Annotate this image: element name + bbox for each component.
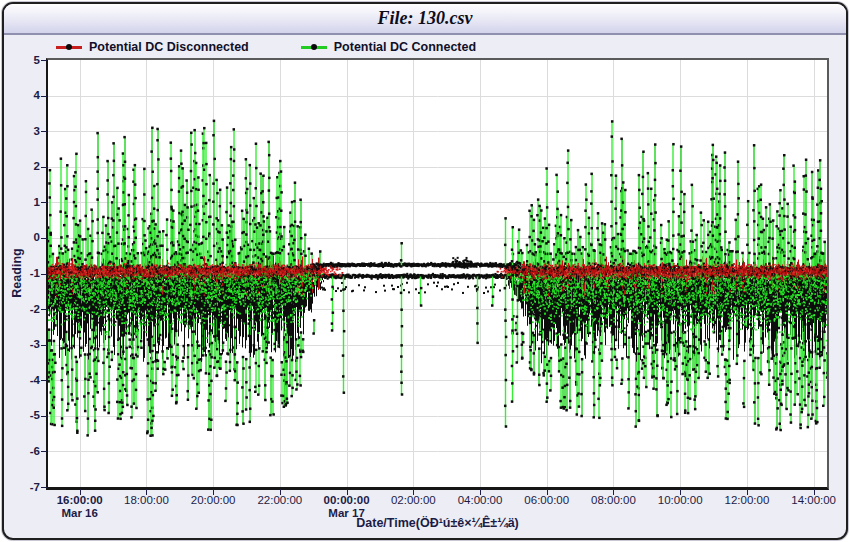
- x-tick-time: 02:00:00: [391, 494, 436, 506]
- y-tick-mark: [41, 487, 47, 488]
- y-tick-mark: [41, 274, 47, 275]
- legend-marker-dot-icon: [311, 44, 317, 50]
- x-tick-label: 14:00:00: [777, 494, 850, 507]
- legend-green-line-icon: [301, 46, 327, 49]
- x-tick-time: 18:00:00: [124, 494, 169, 506]
- x-tick-time: 20:00:00: [191, 494, 236, 506]
- y-axis-title: Reading: [10, 60, 24, 487]
- x-tick-label: 12:00:00: [710, 494, 784, 507]
- legend-red-line-icon: [56, 46, 82, 49]
- x-tick-label: 20:00:00: [176, 494, 250, 507]
- y-tick-mark: [41, 167, 47, 168]
- x-tick-label: 22:00:00: [243, 494, 317, 507]
- legend-item-dc-connected: Potential DC Connected: [301, 40, 476, 54]
- window-title: File: 130.csv: [378, 8, 473, 29]
- x-tick-time: 16:00:00: [57, 494, 103, 506]
- y-tick-mark: [41, 202, 47, 203]
- y-tick-mark: [41, 60, 47, 61]
- y-tick-mark: [41, 380, 47, 381]
- legend-item-dc-disconnected: Potential DC Disconnected: [56, 40, 249, 54]
- y-tick-mark: [41, 131, 47, 132]
- y-tick-mark: [41, 416, 47, 417]
- legend-marker-dot-icon: [66, 44, 72, 50]
- x-tick-label: 08:00:00: [576, 494, 650, 507]
- y-tick-mark: [41, 345, 47, 346]
- x-tick-time: 22:00:00: [257, 494, 302, 506]
- x-tick-time: 04:00:00: [458, 494, 503, 506]
- y-tick-mark: [41, 309, 47, 310]
- x-axis-title: Date/Time(ÖÐ¹ú±ê×¼Ê±¼ä): [48, 516, 827, 530]
- x-tick-time: 10:00:00: [658, 494, 703, 506]
- legend-label: Potential DC Connected: [334, 40, 476, 54]
- y-tick-mark: [41, 238, 47, 239]
- x-tick-time: 00:00:00: [324, 494, 370, 506]
- x-tick-time: 14:00:00: [791, 494, 836, 506]
- plot-area[interactable]: [46, 58, 829, 490]
- x-tick-time: 06:00:00: [524, 494, 569, 506]
- legend-label: Potential DC Disconnected: [89, 40, 249, 54]
- x-tick-label: 10:00:00: [643, 494, 717, 507]
- x-tick-label: 06:00:00: [510, 494, 584, 507]
- x-tick-label: 18:00:00: [109, 494, 183, 507]
- x-tick-time: 12:00:00: [725, 494, 770, 506]
- x-tick-time: 08:00:00: [591, 494, 636, 506]
- window-titlebar[interactable]: File: 130.csv: [4, 4, 846, 35]
- y-tick-mark: [41, 451, 47, 452]
- x-tick-label: 02:00:00: [376, 494, 450, 507]
- chart-legend: Potential DC Disconnected Potential DC C…: [56, 38, 476, 56]
- y-tick-mark: [41, 96, 47, 97]
- x-tick-label: 04:00:00: [443, 494, 517, 507]
- screenshot-stage: File: 130.csv Potential DC Disconnected …: [0, 0, 850, 542]
- chart-canvas[interactable]: [48, 60, 827, 487]
